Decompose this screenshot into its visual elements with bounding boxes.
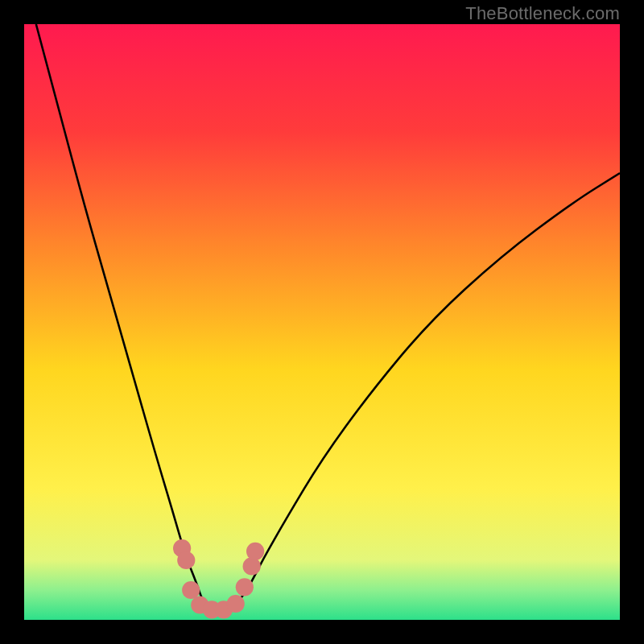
marker-dot — [227, 595, 245, 613]
bottleneck-curve — [36, 24, 620, 608]
marker-dot — [182, 581, 200, 599]
marker-dot — [177, 551, 195, 569]
bottleneck-chart — [24, 24, 620, 620]
highlight-markers — [173, 539, 264, 618]
marker-dot — [246, 543, 264, 560]
marker-dot — [236, 578, 254, 596]
marker-dot — [243, 557, 261, 575]
plot-frame — [24, 24, 620, 620]
watermark-text: TheBottleneck.com — [465, 3, 620, 24]
